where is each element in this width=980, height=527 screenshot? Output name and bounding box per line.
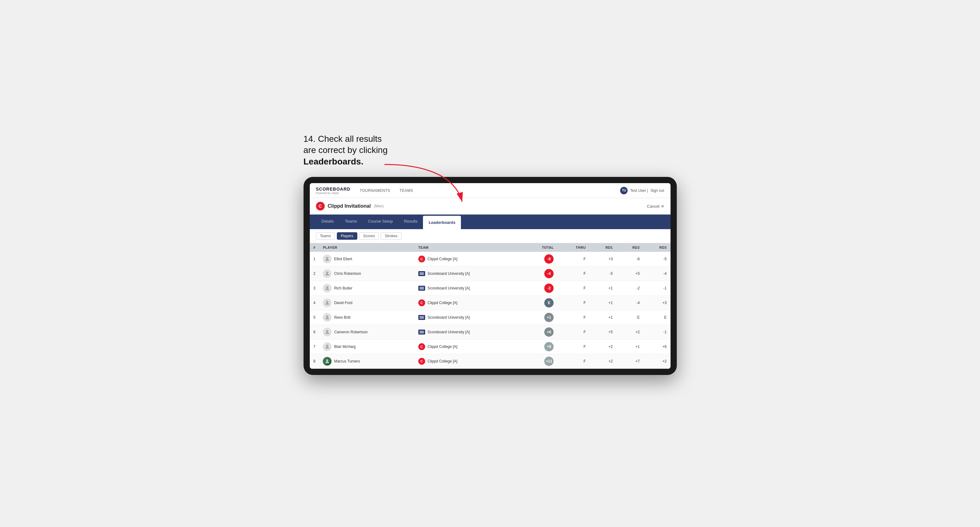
page-wrapper: 14. Check all results are correct by cli… xyxy=(304,152,677,375)
logo-area: SCOREBOARD Powered by clippd xyxy=(316,187,350,195)
cell-rd3: -1 xyxy=(643,325,671,340)
table-row: 2Chris RobertsonScoreboard University [A… xyxy=(310,267,671,281)
filter-row: Teams Players Scores Strokes xyxy=(310,229,671,243)
user-initials: TU xyxy=(622,189,626,192)
cell-thru: F xyxy=(557,354,589,369)
table-row: 4David FordCClippd College [A]EF+1-4+3 xyxy=(310,296,671,310)
cell-total: -2 xyxy=(522,281,557,296)
filter-scores[interactable]: Scores xyxy=(359,232,379,240)
team-logo: C xyxy=(418,343,425,350)
total-badge: -4 xyxy=(544,269,554,278)
cell-rd1: +1 xyxy=(590,296,617,310)
team-name: Clippd College [A] xyxy=(428,301,458,305)
table-header: # PLAYER TEAM TOTAL THRU RD1 RD2 RD3 xyxy=(310,243,671,252)
cell-thru: F xyxy=(557,252,589,267)
cell-rank: 2 xyxy=(310,267,320,281)
nav-link-teams[interactable]: TEAMS xyxy=(400,184,413,197)
svg-point-13 xyxy=(326,316,328,318)
cell-rd3: +6 xyxy=(643,340,671,354)
signout-link[interactable]: Sign out xyxy=(650,189,664,193)
tab-details[interactable]: Details xyxy=(316,214,340,229)
instruction-line3: Leaderboards. xyxy=(304,157,364,166)
table-row: 1Elliot EbertCClippd College [A]-8F+3-6-… xyxy=(310,252,671,267)
cell-rd3: +2 xyxy=(643,354,671,369)
cell-player: Marcus Turners xyxy=(319,354,414,369)
cell-total: +11 xyxy=(522,354,557,369)
col-header-player: PLAYER xyxy=(319,243,414,252)
nav-link-tournaments[interactable]: TOURNAMENTS xyxy=(360,184,390,197)
tab-nav: Details Teams Course Setup Results Leade… xyxy=(310,214,671,229)
logo-sub: Powered by clippd xyxy=(316,192,350,195)
tournament-header: C Clippd Invitational (Men) Cancel ✕ xyxy=(310,198,671,214)
user-label: Test User | xyxy=(630,189,648,193)
table-row: 5Rees BrittScoreboard University [A]+1F+… xyxy=(310,310,671,325)
cell-team: CClippd College [A] xyxy=(415,252,522,267)
team-name: Clippd College [A] xyxy=(428,344,458,349)
cell-rd3: +3 xyxy=(643,296,671,310)
team-logo: C xyxy=(418,256,425,262)
cell-rd1: +2 xyxy=(590,354,617,369)
filter-players[interactable]: Players xyxy=(337,232,357,240)
team-logo xyxy=(418,271,425,276)
cell-player: Cameron Robertson xyxy=(319,325,414,340)
cell-player: Blair McHarg xyxy=(319,340,414,354)
team-logo xyxy=(418,315,425,320)
cancel-button[interactable]: Cancel ✕ xyxy=(647,204,664,209)
cell-rd1: +1 xyxy=(590,310,617,325)
cell-rd1: +2 xyxy=(590,340,617,354)
tab-course-setup[interactable]: Course Setup xyxy=(363,214,399,229)
tab-results[interactable]: Results xyxy=(398,214,423,229)
cell-team: CClippd College [A] xyxy=(415,296,522,310)
cell-rank: 7 xyxy=(310,340,320,354)
total-badge: E xyxy=(544,298,554,308)
tablet-screen: SCOREBOARD Powered by clippd TOURNAMENTS… xyxy=(310,183,671,369)
svg-point-2 xyxy=(326,272,328,274)
team-name: Clippd College [A] xyxy=(428,359,458,364)
table-row: 3Rich ButlerScoreboard University [A]-2F… xyxy=(310,281,671,296)
instruction-line1: 14. Check all results xyxy=(304,134,382,144)
player-avatar xyxy=(323,284,331,292)
top-nav: SCOREBOARD Powered by clippd TOURNAMENTS… xyxy=(310,183,671,198)
col-header-rd2: RD2 xyxy=(616,243,643,252)
filter-teams[interactable]: Teams xyxy=(316,232,335,240)
cell-rank: 8 xyxy=(310,354,320,369)
cell-thru: F xyxy=(557,310,589,325)
cell-rd2: +2 xyxy=(616,325,643,340)
player-name: Elliot Ebert xyxy=(334,257,352,261)
cell-rd1: +3 xyxy=(590,252,617,267)
player-avatar xyxy=(323,342,331,351)
cell-player: Elliot Ebert xyxy=(319,252,414,267)
player-name: Rees Britt xyxy=(334,315,350,320)
cell-rd2: E xyxy=(616,310,643,325)
cell-rd2: +5 xyxy=(616,267,643,281)
filter-strokes[interactable]: Strokes xyxy=(381,232,401,240)
cell-team: Scoreboard University [A] xyxy=(415,310,522,325)
col-header-rd1: RD1 xyxy=(590,243,617,252)
player-name: Blair McHarg xyxy=(334,344,355,349)
cell-team: Scoreboard University [A] xyxy=(415,267,522,281)
cell-total: -4 xyxy=(522,267,557,281)
player-avatar xyxy=(323,255,331,264)
svg-point-24 xyxy=(326,359,328,362)
player-name: Rich Butler xyxy=(334,286,352,290)
tab-teams[interactable]: Teams xyxy=(339,214,362,229)
team-logo: C xyxy=(418,299,425,306)
col-header-team: TEAM xyxy=(415,243,522,252)
col-header-rd3: RD3 xyxy=(643,243,671,252)
cell-team: Scoreboard University [A] xyxy=(415,281,522,296)
team-name: Scoreboard University [A] xyxy=(428,271,470,276)
cell-rd1: +1 xyxy=(590,281,617,296)
svg-point-23 xyxy=(326,345,328,347)
cell-thru: F xyxy=(557,340,589,354)
player-name: Chris Robertson xyxy=(334,271,361,276)
tab-leaderboards[interactable]: Leaderboards xyxy=(423,216,461,229)
cell-team: Scoreboard University [A] xyxy=(415,325,522,340)
cell-team: CClippd College [A] xyxy=(415,340,522,354)
tournament-name: Clippd Invitational xyxy=(328,203,371,209)
cell-total: +1 xyxy=(522,310,557,325)
col-header-thru: THRU xyxy=(557,243,589,252)
svg-point-1 xyxy=(326,257,328,259)
cell-team: CClippd College [A] xyxy=(415,354,522,369)
cell-player: Rich Butler xyxy=(319,281,414,296)
tablet-frame: SCOREBOARD Powered by clippd TOURNAMENTS… xyxy=(304,177,677,375)
